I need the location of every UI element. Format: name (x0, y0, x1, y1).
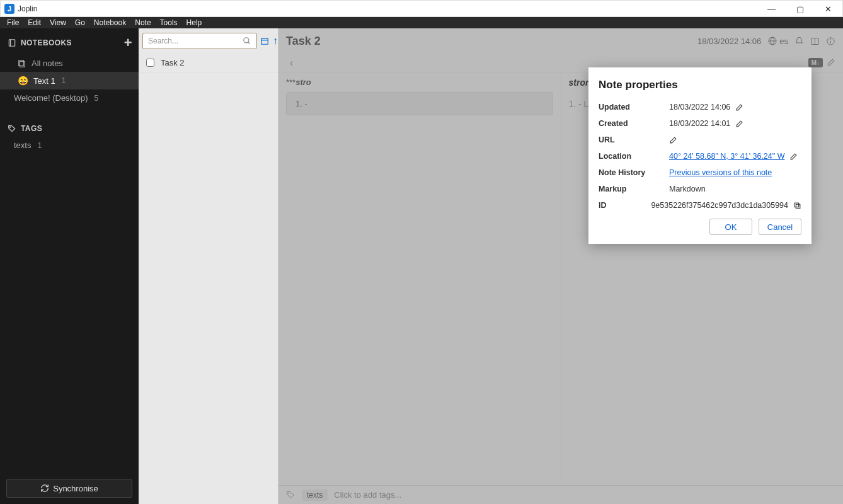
menu-help[interactable]: Help (182, 18, 207, 27)
lbl-created: Created (599, 119, 669, 128)
window-minimize-button[interactable]: — (757, 1, 786, 17)
svg-rect-21 (796, 204, 800, 209)
svg-rect-7 (261, 38, 268, 44)
sidebar-item-label: Text 1 (33, 76, 55, 86)
search-input-wrapper[interactable] (142, 33, 257, 49)
note-properties-dialog: Note properties Updated 18/03/2022 14:06… (588, 67, 811, 244)
window-close-button[interactable]: ✕ (814, 1, 842, 17)
emoji-icon: 😄 (18, 76, 28, 86)
synchronise-button[interactable]: Synchronise (6, 479, 132, 498)
svg-rect-0 (9, 40, 14, 47)
search-icon (243, 37, 251, 45)
sidebar-tag-texts[interactable]: texts 1 (0, 137, 139, 154)
calendar-icon (260, 37, 269, 45)
val-location-link[interactable]: 40° 24' 58.68" N, 3° 41' 36.24" W (669, 152, 784, 161)
dialog-title: Note properties (599, 79, 801, 91)
sidebar-notebooks-header: NOTEBOOKS + (0, 28, 139, 55)
window-maximize-button[interactable]: ▢ (786, 1, 814, 17)
note-list-panel: ↑ Task 2 (139, 28, 278, 504)
add-notebook-button[interactable]: + (124, 35, 132, 51)
sidebar-tag-count: 1 (37, 141, 42, 150)
menu-file[interactable]: File (3, 18, 23, 27)
lbl-id: ID (599, 201, 651, 210)
notebook-icon (8, 38, 16, 47)
sync-label: Synchronise (53, 484, 98, 493)
lbl-url: URL (599, 135, 669, 144)
copy-id-button[interactable] (793, 202, 801, 210)
menu-tools[interactable]: Tools (156, 18, 182, 27)
window-title: Joplin (18, 4, 37, 13)
val-markup: Markdown (669, 185, 706, 193)
lbl-history: Note History (599, 168, 669, 177)
edit-updated-button[interactable] (735, 103, 743, 112)
menu-view[interactable]: View (45, 18, 71, 27)
sidebar-all-notes[interactable]: All notes (0, 55, 139, 72)
edit-url-button[interactable] (669, 136, 677, 144)
menu-note[interactable]: Note (130, 18, 155, 27)
lbl-markup: Markup (599, 185, 669, 193)
edit-location-button[interactable] (789, 152, 798, 161)
svg-line-6 (248, 42, 250, 44)
tags-label: TAGS (21, 124, 42, 133)
notelist-item[interactable]: Task 2 (139, 54, 278, 72)
window-titlebar: J Joplin — ▢ ✕ (0, 0, 843, 17)
tag-icon (8, 124, 16, 133)
sort-direction-button[interactable]: ↑ (272, 33, 278, 49)
sidebar-item-count: 1 (62, 76, 66, 85)
note-main: Task 2 18/03/2022 14:06 es ‹ M↓ ***stro (278, 28, 843, 504)
sidebar-item-text1[interactable]: 😄 Text 1 1 (0, 72, 139, 89)
menu-notebook[interactable]: Notebook (89, 18, 130, 27)
sync-icon (40, 484, 49, 493)
menu-go[interactable]: Go (71, 18, 89, 27)
svg-point-5 (244, 38, 249, 43)
notes-stack-icon (18, 59, 26, 68)
app-logo-icon: J (4, 4, 14, 14)
notelist-item-label: Task 2 (161, 58, 185, 67)
lbl-location: Location (599, 152, 669, 161)
sidebar-tag-label: texts (14, 140, 31, 150)
val-updated: 18/03/2022 14:06 (669, 103, 730, 112)
edit-created-button[interactable] (735, 120, 743, 128)
dialog-cancel-button[interactable]: Cancel (759, 219, 801, 235)
notebooks-label: NOTEBOOKS (21, 38, 72, 47)
copy-icon (793, 202, 801, 210)
sort-order-button[interactable] (260, 33, 270, 49)
menu-edit[interactable]: Edit (23, 18, 45, 27)
menu-bar: File Edit View Go Notebook Note Tools He… (0, 17, 843, 28)
svg-point-4 (10, 127, 11, 127)
all-notes-label: All notes (32, 59, 63, 68)
sidebar-item-count: 5 (95, 94, 99, 103)
sidebar-item-label: Welcome! (Desktop) (14, 93, 88, 103)
sidebar-tags-header: TAGS (0, 118, 139, 137)
dialog-ok-button[interactable]: OK (709, 219, 752, 235)
svg-rect-22 (794, 203, 799, 207)
search-input[interactable] (148, 37, 243, 45)
val-created: 18/03/2022 14:01 (669, 119, 730, 128)
todo-checkbox[interactable] (146, 59, 154, 67)
val-id: 9e535226f375462c997d3dc1da305994 (651, 201, 788, 210)
val-history-link[interactable]: Previous versions of this note (669, 168, 772, 177)
lbl-updated: Updated (599, 103, 669, 112)
notelist-toolbar: ↑ (139, 28, 278, 54)
sidebar-item-welcome[interactable]: Welcome! (Desktop) 5 (0, 89, 139, 106)
sidebar: NOTEBOOKS + All notes 😄 Text 1 1 Welcome… (0, 28, 139, 504)
